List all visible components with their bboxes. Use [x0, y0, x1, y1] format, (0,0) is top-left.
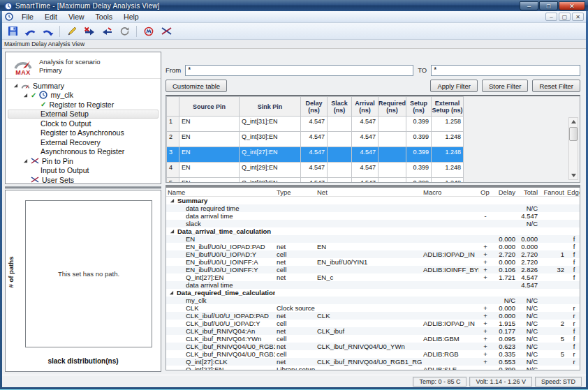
path-row-5[interactable]: 5ENQ_int[28]:EN4.5474.5470.3991.248	[167, 178, 464, 183]
tree-item-input-to-output[interactable]: Input to Output	[8, 166, 159, 176]
tree-item-label: Pin to Pin	[42, 157, 73, 165]
tree-item-pin-to-pin[interactable]: Pin to Pin	[8, 156, 159, 166]
column-header-row-number[interactable]	[167, 97, 179, 117]
recalculate-icon[interactable]	[117, 24, 132, 38]
column-header-required[interactable]: Required(ns)	[378, 97, 406, 117]
expand-triangle-icon[interactable]	[169, 198, 175, 203]
detail-name-cell: CLK_ibuf/U0/U_IOPAD:PAD	[166, 312, 275, 320]
gauge-icon	[21, 82, 30, 89]
tree-item-register-to-asynchronous[interactable]: Register to Asynchronous	[8, 128, 159, 138]
tree-item-clock-to-output[interactable]: Clock to Output	[8, 119, 159, 128]
paths-table: Source PinSink PinDelay(ns)Slack(ns)Arri…	[166, 96, 464, 183]
column-header-arrival[interactable]: Arrival(ns)	[352, 97, 378, 117]
tree-item-label: External Setup	[41, 110, 89, 118]
detail-row-clk: CLKClock source+0.000N/Cr	[166, 304, 580, 312]
path-details-panel: NameTypeNetMacroOpDelayTotalFanoutEdge S…	[166, 188, 580, 370]
histogram-x-axis-label: slack distribution(ns)	[6, 357, 161, 365]
redo-icon[interactable]	[40, 24, 55, 38]
expand-triangle-icon[interactable]	[169, 229, 175, 234]
voltage-status: Volt: 1.14 - 1.26 V	[469, 377, 532, 387]
close-button[interactable]: ✕	[559, 1, 585, 10]
column-header-source-pin[interactable]: Source Pin	[179, 97, 240, 117]
detail-name-cell: Q_int[27]:CLK	[166, 358, 275, 366]
detail-row-clk-ibuf-u0-u-iopad-y: CLK_ibuf/U0/U_IOPAD:YcellADLIB:IOPAD_IN+…	[166, 320, 580, 327]
to-input[interactable]	[431, 65, 580, 76]
menu-help[interactable]: Help	[118, 12, 145, 22]
column-header-sink-pin[interactable]: Sink Pin	[240, 97, 301, 117]
tree-item-external-setup[interactable]: External Setup	[8, 110, 159, 119]
menu-file[interactable]: File	[16, 12, 39, 22]
expand-triangle-icon[interactable]	[22, 93, 28, 98]
column-header-external[interactable]: ExternalSetup (ns)	[432, 97, 464, 117]
path-row-2[interactable]: 2ENQ_int[30]:EN4.5474.5470.3991.248	[167, 132, 464, 147]
detail-section-data-required-time-calculation[interactable]: Data_required_time_calculation	[166, 289, 580, 297]
detail-name-cell: EN_ibuf/U0/U_IOPAD:PAD	[166, 243, 275, 250]
domain-browser-panel: MAX Analysis for scenario Primary Summar…	[5, 52, 161, 184]
from-input[interactable]	[185, 65, 413, 76]
status-bar: Temp: 0 - 85 C Volt: 1.14 - 1.26 V Speed…	[2, 375, 586, 387]
edit-constraints-icon[interactable]	[64, 24, 80, 38]
minmax-switch-icon[interactable]	[141, 24, 156, 38]
reset-filter-button[interactable]: Reset Filter	[532, 80, 580, 92]
store-filter-button[interactable]: Store Filter	[482, 80, 528, 92]
maximize-button[interactable]: □	[539, 1, 558, 10]
menu-tools[interactable]: Tools	[90, 12, 119, 22]
title-bar: SmartTime - [Maximum Delay Analysis View…	[0, 0, 588, 11]
histogram-plot-area: This set has no path.	[25, 200, 152, 347]
expand-triangle-icon[interactable]	[22, 158, 28, 163]
column-header-delay[interactable]: Delay(ns)	[301, 97, 328, 117]
detail-header-row: NameTypeNetMacroOpDelayTotalFanoutEdge	[166, 188, 580, 197]
menu-edit[interactable]: Edit	[39, 12, 63, 22]
menu-view[interactable]: View	[63, 12, 90, 22]
child-minimize-button[interactable]: –	[545, 13, 557, 21]
column-header-setup[interactable]: Setup(ns)	[406, 97, 432, 117]
tab-maximum-delay-analysis-view[interactable]: Maximum Delay Analysis View	[2, 40, 84, 47]
tree-item-register-to-register[interactable]: ✓Register to Register	[8, 100, 159, 110]
scrollbar-thumb[interactable]	[569, 127, 578, 141]
left-splitter[interactable]	[5, 184, 161, 190]
detail-row-en-ibuf-u0-u-iopad-y: EN_ibuf/U0/U_IOPAD:YcellADLIB:IOPAD_IN+2…	[166, 250, 580, 258]
detail-name-cell: Data_arrival_time_calculation	[166, 227, 275, 235]
path-row-4[interactable]: 4ENQ_int[29]:EN4.5474.5470.3991.248	[167, 163, 464, 178]
max-badge-label: MAX	[15, 70, 31, 75]
minimize-button[interactable]: –	[520, 1, 538, 10]
child-close-button[interactable]: ✕	[572, 13, 584, 21]
path-row-3[interactable]: 3ENQ_int[27]:EN4.5474.5470.3991.248	[167, 147, 464, 163]
undo-icon[interactable]	[22, 24, 38, 38]
tree-item-label: User Sets	[42, 176, 74, 184]
detail-row-clk-ibuf-rnivq04-ywn: CLK_ibuf_RNIVQ04:YWncellADLIB:GBM+0.095N…	[166, 335, 580, 343]
detail-section-data-arrival-time-calculation[interactable]: Data_arrival_time_calculation	[166, 227, 580, 235]
detail-row-my-clk: my_clkN/CN/C	[166, 297, 580, 304]
detail-row-q-int-27-clk: Q_int[27]:CLKnetCLK_ibuf_RNIVQ04/U0_RGB1…	[166, 358, 580, 366]
tree-item-summary[interactable]: Summary	[8, 81, 159, 91]
customize-table-button[interactable]: Customize table	[166, 80, 227, 92]
detail-row-clk-ibuf-u0-u-iopad-pad: CLK_ibuf/U0/U_IOPAD:PADnetCLK+0.000N/Cr	[166, 312, 580, 320]
delete-set-icon[interactable]	[82, 24, 97, 38]
scenario-header: MAX Analysis for scenario Primary	[6, 52, 161, 79]
tree-item-external-recovery[interactable]: External Recovery	[8, 137, 159, 147]
column-header-slack[interactable]: Slack(ns)	[328, 97, 352, 117]
view-tab-strip: Maximum Delay Analysis View	[2, 40, 586, 49]
detail-name-cell: EN_ibuf/U0/U_IOPAD:Y	[166, 250, 275, 258]
tree-item-user-sets[interactable]: User Sets	[8, 175, 159, 184]
apply-filter-button[interactable]: Apply Filter	[430, 80, 478, 92]
tree-item-my-clk[interactable]: ✓my_clk	[8, 91, 159, 100]
expand-triangle-icon[interactable]	[13, 83, 18, 88]
detail-rows: Summarydata required timeN/Cdata arrival…	[166, 197, 580, 370]
detail-name-cell: CLK	[166, 304, 275, 312]
detail-section-summary[interactable]: Summary	[166, 197, 580, 204]
paths-crossed-icon[interactable]	[159, 24, 174, 38]
scroll-down-icon[interactable]	[569, 172, 578, 179]
scroll-up-icon[interactable]	[569, 118, 578, 126]
tree-item-asynchronous-to-register[interactable]: Asynchronous to Register	[8, 147, 159, 157]
save-icon[interactable]	[5, 24, 20, 38]
expand-triangle-icon[interactable]	[169, 290, 174, 295]
max-gauge-icon: MAX	[13, 57, 34, 75]
paths-table-scrollbar[interactable]	[568, 117, 578, 180]
back-arrow-icon[interactable]	[99, 24, 115, 38]
toolbar-separator	[136, 26, 137, 37]
child-restore-button[interactable]: ▢	[559, 13, 571, 21]
detail-name-cell: data required time	[166, 204, 275, 212]
path-row-1[interactable]: 1ENQ_int[31]:EN4.5474.5470.3991.258	[167, 117, 464, 132]
tree-item-label: External Recovery	[41, 138, 101, 147]
